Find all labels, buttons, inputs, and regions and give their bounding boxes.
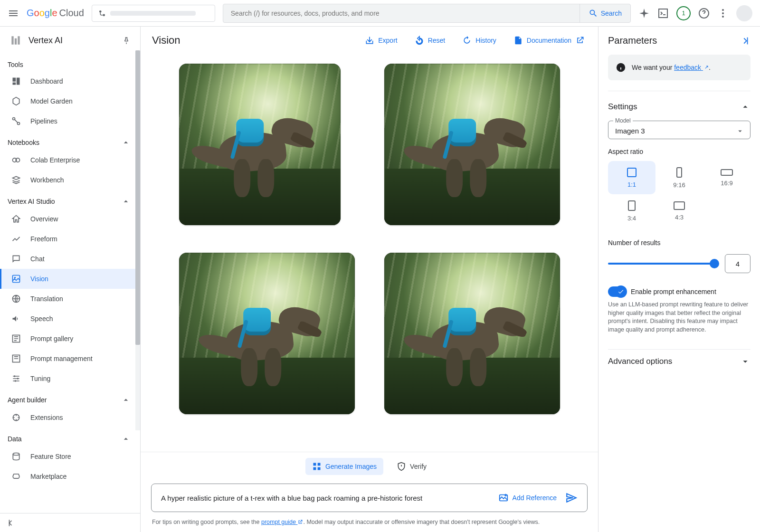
prompt-guide-link[interactable]: prompt guide	[261, 519, 303, 525]
generate-images-tab[interactable]: Generate Images	[305, 458, 383, 475]
svg-point-3	[722, 9, 724, 11]
sidebar-item-model-garden[interactable]: Model Garden	[0, 91, 140, 111]
section-data[interactable]: Data	[0, 428, 140, 446]
sidebar-item-prompt-gallery[interactable]: Prompt gallery	[0, 329, 140, 349]
sidebar-collapse[interactable]	[0, 513, 140, 532]
sidebar-item-overview[interactable]: Overview	[0, 209, 140, 229]
generated-image-1[interactable]	[179, 64, 341, 225]
sidebar-item-vision[interactable]: Vision	[0, 269, 140, 289]
vertex-ai-icon	[10, 34, 22, 47]
collapse-panel-icon[interactable]	[740, 36, 750, 46]
chevron-down-icon	[736, 127, 744, 135]
reset-button[interactable]: Reset	[413, 33, 447, 48]
model-value: Imagen 3	[615, 127, 645, 135]
toggle-label: Enable prompt enhancement	[631, 288, 716, 295]
history-button[interactable]: History	[460, 33, 498, 48]
external-link-icon	[575, 36, 585, 45]
settings-section[interactable]: Settings	[608, 102, 750, 112]
feedback-link[interactable]: feedback	[674, 64, 709, 71]
svg-point-15	[14, 375, 15, 377]
svg-point-1	[103, 14, 105, 16]
sidebar-item-marketplace[interactable]: Marketplace	[0, 466, 140, 486]
cloud-shell-icon[interactable]	[657, 8, 669, 19]
export-button[interactable]: Export	[363, 33, 399, 48]
search-input[interactable]	[223, 4, 580, 22]
notification-badge[interactable]: 1	[676, 6, 691, 20]
sidebar-item-pipelines[interactable]: Pipelines	[0, 111, 140, 131]
svg-point-18	[13, 453, 19, 456]
results-label: Number of results	[608, 239, 750, 247]
model-select[interactable]: Model Imagen 3	[608, 121, 750, 139]
svg-point-0	[99, 10, 102, 13]
svg-point-17	[15, 380, 16, 381]
more-icon[interactable]	[717, 8, 729, 19]
image-grid	[141, 54, 598, 452]
chevron-down-icon	[740, 356, 750, 367]
search-button[interactable]: Search	[580, 4, 630, 22]
prompt-enhancement-toggle[interactable]	[608, 286, 626, 297]
sidebar-item-speech[interactable]: Speech	[0, 309, 140, 329]
prompt-text: A hyper realistic picture of a t-rex wit…	[161, 494, 490, 502]
section-agent[interactable]: Agent builder	[0, 389, 140, 408]
topbar: GoogleCloud Search 1	[0, 0, 760, 27]
sidebar-item-prompt-management[interactable]: Prompt management	[0, 349, 140, 369]
chevron-up-icon	[121, 434, 131, 444]
verify-tab[interactable]: Verify	[390, 458, 433, 475]
sidebar-item-feature-store[interactable]: Feature Store	[0, 446, 140, 466]
svg-point-4	[722, 12, 724, 14]
section-notebooks[interactable]: Notebooks	[0, 131, 140, 150]
parameters-title: Parameters	[608, 35, 657, 46]
feedback-banner: We want your feedback .	[608, 55, 750, 80]
svg-rect-19	[313, 463, 316, 466]
menu-icon[interactable]	[8, 8, 19, 19]
generated-image-4[interactable]	[384, 253, 560, 414]
documentation-button[interactable]: Documentation	[512, 33, 587, 48]
sidebar: Vertex AI Tools Dashboard Model Garden P…	[0, 27, 141, 532]
aspect-ratio-4-3[interactable]: 4:3	[656, 194, 703, 228]
svg-rect-20	[318, 463, 321, 466]
canvas-header: Vision Export Reset History Documentatio…	[141, 27, 598, 54]
pin-icon[interactable]	[122, 36, 131, 45]
sidebar-item-translation[interactable]: Translation	[0, 289, 140, 309]
aspect-ratio-group: 1:1 9:16 16:9 3:4 4:3	[608, 161, 750, 228]
svg-point-5	[722, 16, 724, 18]
chevron-up-icon	[121, 197, 131, 206]
sidebar-item-dashboard[interactable]: Dashboard	[0, 71, 140, 91]
sidebar-item-tuning[interactable]: Tuning	[0, 369, 140, 389]
generated-image-3[interactable]	[179, 253, 355, 414]
svg-rect-21	[313, 467, 316, 470]
aspect-ratio-1-1[interactable]: 1:1	[608, 161, 656, 194]
product-title: Vertex AI	[28, 36, 115, 46]
results-value[interactable]: 4	[725, 254, 750, 273]
results-slider[interactable]	[608, 263, 718, 265]
add-reference-button[interactable]: Add Reference	[498, 493, 557, 503]
gemini-icon[interactable]	[638, 8, 650, 19]
avatar[interactable]	[736, 5, 752, 21]
sidebar-item-workbench[interactable]: Workbench	[0, 170, 140, 190]
sidebar-item-colab[interactable]: Colab Enterprise	[0, 150, 140, 170]
chevron-up-icon	[121, 395, 131, 405]
send-icon[interactable]	[565, 492, 578, 504]
chevron-up-icon	[121, 138, 131, 147]
google-cloud-logo[interactable]: GoogleCloud	[27, 8, 84, 19]
check-icon	[618, 288, 624, 295]
aspect-ratio-16-9[interactable]: 16:9	[703, 161, 750, 194]
section-tools: Tools	[0, 54, 140, 71]
search-button-label: Search	[601, 10, 622, 17]
project-name-redacted	[110, 11, 196, 16]
sidebar-item-chat[interactable]: Chat	[0, 249, 140, 269]
section-studio[interactable]: Vertex AI Studio	[0, 190, 140, 209]
top-right-icons: 1	[638, 5, 752, 21]
advanced-section[interactable]: Advanced options	[608, 356, 750, 367]
svg-rect-22	[318, 467, 321, 470]
aspect-ratio-9-16[interactable]: 9:16	[656, 161, 703, 194]
sidebar-item-freeform[interactable]: Freeform	[0, 229, 140, 249]
generated-image-2[interactable]	[384, 64, 560, 225]
help-icon[interactable]	[698, 8, 710, 19]
aspect-ratio-3-4[interactable]: 3:4	[608, 194, 656, 228]
search-bar: Search	[223, 4, 631, 23]
parameters-panel: Parameters We want your feedback . Setti…	[598, 27, 760, 532]
project-selector[interactable]	[92, 5, 215, 22]
sidebar-item-extensions[interactable]: Extensions	[0, 408, 140, 428]
prompt-input[interactable]: A hyper realistic picture of a t-rex wit…	[151, 484, 588, 512]
